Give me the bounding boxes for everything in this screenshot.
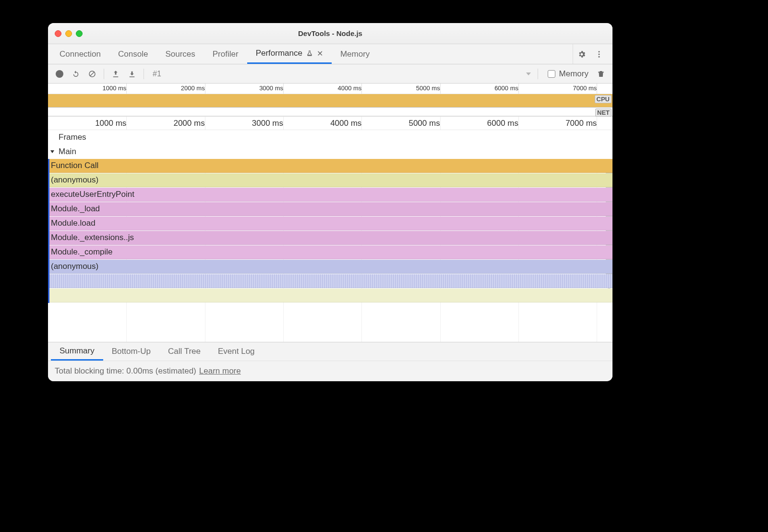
ruler-tick: 4000 ms — [330, 119, 361, 128]
window-minimize-button[interactable] — [65, 30, 72, 37]
recording-name: #1 — [149, 70, 164, 78]
tab-event-log[interactable]: Event Log — [209, 342, 264, 361]
flame-rows[interactable]: Function Call(anonymous)executeUserEntry… — [48, 159, 612, 303]
record-button[interactable] — [53, 67, 66, 81]
tab-memory[interactable]: Memory — [332, 44, 378, 64]
garbage-collect-button[interactable] — [594, 67, 608, 81]
flame-row[interactable]: (anonymous) — [48, 173, 612, 188]
flame-bar[interactable]: (anonymous) — [49, 173, 612, 187]
checkbox-icon — [548, 70, 555, 78]
flame-bar[interactable]: Module._extensions..js — [49, 231, 612, 245]
recording-picker[interactable] — [167, 72, 533, 76]
upload-button[interactable] — [109, 67, 122, 81]
flame-bar[interactable]: Module._load — [49, 202, 612, 216]
flame-row[interactable]: Module._load — [48, 202, 612, 217]
chevron-down-icon — [526, 72, 531, 76]
flame-row[interactable] — [48, 289, 612, 303]
close-icon[interactable]: ✕ — [317, 49, 323, 58]
ruler-tick: 7000 ms — [565, 119, 597, 128]
flame-row[interactable]: Module._extensions..js — [48, 231, 612, 245]
overview-pane[interactable]: 1000 ms2000 ms3000 ms4000 ms5000 ms6000 … — [48, 84, 612, 117]
ruler-tick: 4000 ms — [337, 85, 361, 92]
svg-line-4 — [90, 72, 95, 76]
gear-icon — [577, 50, 586, 59]
clear-button[interactable] — [85, 67, 99, 81]
flame-row[interactable]: (anonymous) — [48, 260, 612, 274]
settings-button[interactable] — [573, 50, 590, 59]
tab-bottom-up[interactable]: Bottom-Up — [103, 342, 159, 361]
flame-bar[interactable] — [49, 289, 612, 302]
flask-icon — [306, 49, 313, 57]
overview-cpu-lane[interactable]: CPU — [48, 94, 612, 108]
svg-point-1 — [599, 53, 600, 55]
tab-sources[interactable]: Sources — [156, 44, 204, 64]
ruler-tick: 2000 ms — [173, 119, 204, 128]
track-frames-label: Frames — [59, 133, 86, 142]
track-main-label: Main — [59, 147, 76, 157]
flame-chart[interactable]: Frames Main Function Call(anonymous)exec… — [48, 130, 612, 342]
flame-row[interactable]: Module.load — [48, 217, 612, 231]
flame-bar[interactable]: executeUserEntryPoint — [49, 188, 612, 202]
flame-row[interactable] — [48, 274, 612, 289]
tab-call-tree[interactable]: Call Tree — [159, 342, 209, 361]
upload-icon — [111, 70, 120, 78]
download-icon — [128, 70, 136, 78]
tab-summary[interactable]: Summary — [51, 342, 103, 361]
window-traffic-lights — [55, 30, 83, 37]
flame-row[interactable]: executeUserEntryPoint — [48, 188, 612, 202]
flame-bar[interactable]: Module._compile — [49, 245, 612, 259]
flame-bar[interactable]: Function Call — [49, 159, 612, 173]
overview-ruler[interactable]: 1000 ms2000 ms3000 ms4000 ms5000 ms6000 … — [48, 84, 612, 94]
separator — [538, 69, 538, 79]
svg-point-2 — [599, 56, 600, 57]
flame-row[interactable]: Function Call — [48, 159, 612, 173]
ruler-tick: 3000 ms — [259, 85, 283, 92]
flame-bar[interactable] — [49, 274, 612, 288]
download-button[interactable] — [125, 67, 139, 81]
ruler-tick: 6000 ms — [494, 85, 518, 92]
ruler-tick: 5000 ms — [408, 119, 440, 128]
ruler-tick: 3000 ms — [252, 119, 283, 128]
svg-point-0 — [599, 51, 600, 52]
separator — [104, 69, 104, 79]
ruler-tick: 7000 ms — [573, 85, 597, 92]
tab-connection[interactable]: Connection — [51, 44, 109, 64]
ruler-tick: 5000 ms — [416, 85, 440, 92]
track-main[interactable]: Main — [48, 145, 612, 159]
reload-icon — [72, 70, 80, 78]
tab-profiler[interactable]: Profiler — [204, 44, 247, 64]
track-frames[interactable]: Frames — [48, 130, 612, 145]
learn-more-link[interactable]: Learn more — [199, 366, 241, 376]
separator — [144, 69, 144, 79]
ruler-tick: 2000 ms — [181, 85, 205, 92]
reload-record-button[interactable] — [69, 67, 83, 81]
more-button[interactable] — [590, 50, 608, 59]
ruler-tick: 6000 ms — [487, 119, 518, 128]
memory-checkbox[interactable]: Memory — [543, 69, 591, 79]
panel-tabs: Connection Console Sources Profiler Perf… — [48, 44, 612, 64]
status-text: Total blocking time: 0.00ms (estimated) — [55, 366, 196, 376]
trash-icon — [597, 70, 605, 78]
window-title: DevTools - Node.js — [48, 29, 612, 37]
ruler-tick: 1000 ms — [102, 85, 126, 92]
status-bar: Total blocking time: 0.00ms (estimated) … — [48, 361, 612, 381]
window-zoom-button[interactable] — [76, 30, 83, 37]
tab-performance-label: Performance — [256, 48, 302, 58]
flame-bar[interactable]: Module.load — [49, 217, 612, 230]
clear-icon — [88, 70, 96, 78]
performance-toolbar: #1 Memory — [48, 64, 612, 84]
flame-bar[interactable]: (anonymous) — [49, 260, 612, 274]
ruler-tick: 1000 ms — [95, 119, 126, 128]
devtools-window: DevTools - Node.js Connection Console So… — [48, 23, 612, 381]
tab-console[interactable]: Console — [109, 44, 156, 64]
overview-cpu-label: CPU — [595, 95, 612, 103]
record-icon — [56, 70, 63, 78]
memory-checkbox-label: Memory — [559, 69, 588, 79]
overview-net-lane[interactable]: NET — [48, 108, 612, 116]
tab-performance[interactable]: Performance ✕ — [247, 44, 332, 64]
window-close-button[interactable] — [55, 30, 61, 37]
flame-ruler[interactable]: 1000 ms2000 ms3000 ms4000 ms5000 ms6000 … — [48, 117, 612, 130]
flame-row[interactable]: Module._compile — [48, 245, 612, 260]
toolbar-right — [573, 44, 612, 64]
window-titlebar: DevTools - Node.js — [48, 23, 612, 44]
